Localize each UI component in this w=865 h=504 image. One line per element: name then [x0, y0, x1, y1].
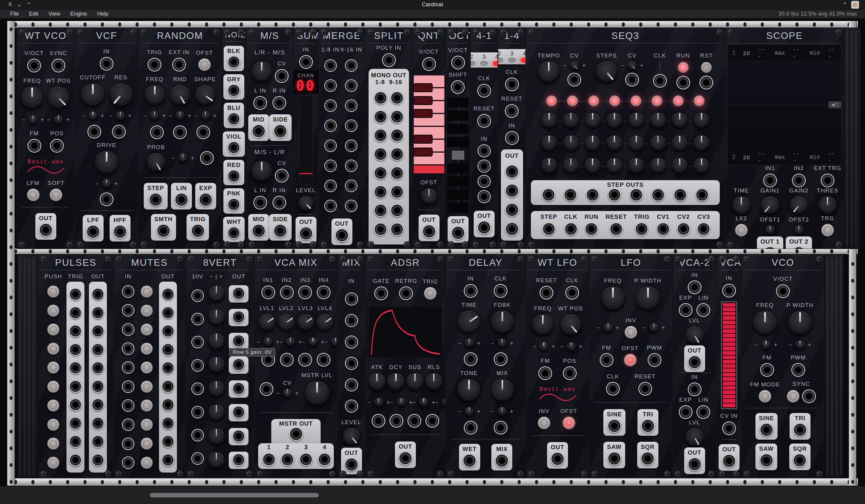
lfm-button[interactable]: [27, 189, 39, 201]
step-knob[interactable]: [650, 112, 667, 129]
step-knob[interactable]: [650, 135, 667, 152]
lvl4-knob[interactable]: [316, 314, 334, 332]
step-knob[interactable]: [671, 157, 688, 174]
trim-knob[interactable]: [539, 342, 549, 352]
mono-out-jack[interactable]: [374, 223, 387, 236]
module-mutes[interactable]: MUTESIN OUT: [114, 254, 185, 478]
step-knob[interactable]: [606, 157, 623, 174]
trim-knob[interactable]: [396, 397, 406, 408]
lvl1-knob[interactable]: [258, 314, 276, 332]
mono-out-jack[interactable]: [390, 91, 404, 104]
trigger-marker[interactable]: ◀ T: [829, 102, 841, 108]
trim-knob[interactable]: [374, 397, 384, 408]
wt-pos-knob[interactable]: [47, 86, 70, 109]
out-output[interactable]: [229, 404, 249, 421]
out-jack[interactable]: [92, 288, 104, 301]
port-jack[interactable]: [88, 125, 101, 139]
row-button[interactable]: [141, 400, 153, 411]
port-jack[interactable]: [280, 353, 294, 367]
step-out-jack[interactable]: [608, 188, 621, 201]
9-16-in-jack[interactable]: [345, 160, 357, 172]
row-button[interactable]: [47, 437, 59, 449]
9-16-in-jack[interactable]: [345, 140, 357, 152]
row-button[interactable]: [141, 362, 153, 374]
viol-output[interactable]: VIOL: [223, 131, 245, 157]
module-wt-vco[interactable]: WT VCOV/OCTSYNCFREQWT POS−+−+FMPOSBasic.…: [16, 27, 75, 249]
gry-output[interactable]: GRY: [223, 74, 244, 99]
r-in-jack[interactable]: [273, 96, 286, 110]
row-button[interactable]: [141, 437, 153, 449]
mono-out-jack[interactable]: [390, 129, 404, 142]
saw-output[interactable]: SAW: [756, 444, 777, 470]
octave-cell[interactable]: [447, 137, 469, 147]
menu-item-view[interactable]: View: [48, 11, 60, 17]
gain1-knob[interactable]: [761, 196, 780, 215]
mono-out-jack[interactable]: [374, 185, 387, 198]
trig-jack[interactable]: [69, 417, 82, 430]
rnd-knob[interactable]: [169, 85, 191, 106]
trim-knob[interactable]: [497, 407, 507, 417]
saw-output[interactable]: SAW: [603, 442, 625, 468]
out-jack[interactable]: [162, 398, 174, 411]
inv-button[interactable]: [538, 417, 550, 429]
sync-jack[interactable]: [51, 59, 65, 72]
trig-button[interactable]: [424, 287, 437, 300]
clk-jack[interactable]: [565, 286, 579, 300]
in-jack[interactable]: [122, 437, 135, 450]
trim-knob[interactable]: [308, 337, 318, 347]
in-jack[interactable]: [345, 400, 358, 413]
in-jack[interactable]: [345, 314, 358, 327]
step-knob[interactable]: [563, 157, 579, 174]
out-output[interactable]: OUT: [474, 211, 495, 237]
out-jack[interactable]: [162, 362, 174, 374]
res-knob[interactable]: [109, 83, 133, 107]
retrg-jack[interactable]: [399, 286, 413, 300]
menu-item-file[interactable]: File: [10, 11, 19, 17]
cv-jack[interactable]: [625, 73, 639, 86]
in1-jack[interactable]: [261, 285, 275, 299]
in-jack[interactable]: [122, 380, 135, 393]
cv-trim[interactable]: [569, 61, 579, 71]
octave-cell[interactable]: [447, 177, 469, 186]
level-knob[interactable]: [298, 196, 314, 212]
out-output[interactable]: OUT: [35, 213, 56, 240]
octave-cell[interactable]: [447, 97, 469, 107]
cv-trim[interactable]: [627, 61, 637, 71]
sine-output[interactable]: SINE: [603, 409, 626, 436]
in-jack[interactable]: [345, 292, 358, 306]
trim-knob[interactable]: [285, 337, 296, 347]
in-jack[interactable]: [477, 144, 491, 157]
reset-jack[interactable]: [610, 222, 623, 236]
exp-jack[interactable]: [679, 405, 693, 419]
row-gain-knob[interactable]: [208, 309, 225, 326]
l-in-jack[interactable]: [253, 196, 267, 210]
row-gain-knob[interactable]: [208, 356, 225, 374]
out-jack[interactable]: [162, 306, 174, 319]
octave-cell[interactable]: [447, 111, 469, 121]
trim-knob[interactable]: [603, 323, 613, 333]
port-jack[interactable]: [150, 126, 164, 139]
port-jack[interactable]: [390, 414, 403, 428]
fm-jack[interactable]: [27, 139, 41, 153]
row-button[interactable]: [47, 285, 59, 297]
step-knob[interactable]: [606, 135, 623, 152]
wt-pos-knob[interactable]: [560, 314, 582, 336]
trim-knob[interactable]: [149, 111, 160, 121]
ofst-button[interactable]: [624, 354, 636, 366]
in4-jack[interactable]: [317, 285, 331, 299]
menu-item-edit[interactable]: Edit: [29, 11, 38, 17]
clk-jack[interactable]: [494, 284, 508, 298]
trim-knob[interactable]: [566, 342, 576, 352]
10v-jack[interactable]: [191, 383, 204, 395]
exp-output[interactable]: EXP: [195, 183, 216, 210]
in3-jack[interactable]: [298, 285, 312, 299]
port-jack[interactable]: [494, 421, 508, 435]
1-8-in-jack[interactable]: [324, 179, 337, 192]
in-jack[interactable]: [477, 175, 491, 188]
wet-output[interactable]: WET: [459, 444, 480, 470]
in-jack[interactable]: [122, 456, 135, 469]
clk-jack[interactable]: [564, 222, 578, 236]
cv-in-jack[interactable]: [722, 421, 736, 435]
octave-selector[interactable]: [447, 96, 469, 214]
ext-in-jack[interactable]: [172, 58, 186, 71]
